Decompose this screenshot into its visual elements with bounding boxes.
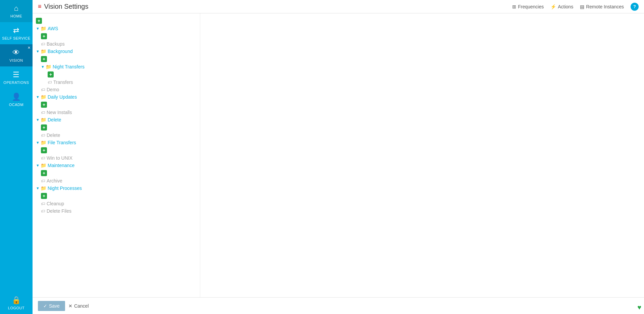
aws-folder-icon: 📁	[41, 26, 46, 31]
tag-icon: 🏷	[41, 42, 45, 47]
delete-folder-row[interactable]: ▼ 📁 Delete	[33, 116, 200, 123]
background-folder-icon: 📁	[41, 49, 46, 54]
tag-icon: 🏷	[48, 80, 52, 85]
daily-updates-add-button[interactable]: +	[41, 102, 47, 108]
maintenance-folder-row[interactable]: ▼ 📁 Maintenance	[33, 162, 200, 169]
file-transfers-folder-row[interactable]: ▼ 📁 File Transfers	[33, 139, 200, 146]
operations-icon: ☰	[13, 70, 20, 79]
daily-updates-chevron: ▼	[36, 95, 41, 99]
delete-add-button[interactable]: +	[41, 124, 47, 130]
cancel-icon: ✕	[68, 303, 72, 309]
sidebar-item-vision[interactable]: ✕ 👁 VISION	[0, 44, 33, 66]
delete-folder-label: Delete	[48, 117, 61, 122]
night-transfers-folder-row[interactable]: ▼ 📁 Night Transfers	[33, 63, 200, 70]
aws-add-row: +	[33, 32, 200, 40]
daily-updates-new-installs-row[interactable]: 🏷 New Installs	[33, 109, 200, 116]
daily-updates-folder-icon: 📁	[41, 94, 46, 100]
delete-item-label: Delete	[47, 133, 60, 138]
night-transfers-transfers-label: Transfers	[53, 80, 73, 85]
tree-panel: + ▼ 📁 AWS + 🏷 Backups ▼ 📁 Background	[33, 13, 200, 297]
help-button[interactable]: ?	[631, 3, 639, 11]
page-title: Vision Settings	[44, 3, 89, 10]
maintenance-add-row: +	[33, 169, 200, 177]
content-area: + ▼ 📁 AWS + 🏷 Backups ▼ 📁 Background	[33, 13, 644, 297]
file-transfers-add-button[interactable]: +	[41, 147, 47, 153]
aws-folder-label: AWS	[48, 26, 58, 31]
night-transfers-add-button[interactable]: +	[48, 71, 54, 77]
remote-instances-label: Remote Instances	[586, 4, 624, 9]
sidebar-item-label: OPERATIONS	[3, 81, 29, 85]
sidebar-item-label: SELF SERVICE	[2, 36, 31, 40]
sidebar-item-operations[interactable]: ☰ OPERATIONS	[0, 66, 33, 89]
save-label: Save	[49, 303, 60, 309]
aws-backups-row[interactable]: 🏷 Backups	[33, 40, 200, 48]
night-transfers-folder-label: Night Transfers	[53, 64, 85, 69]
vision-icon: 👁	[12, 48, 20, 57]
file-transfers-win-unix-row[interactable]: 🏷 Win to UNIX	[33, 154, 200, 162]
tag-icon: 🏷	[41, 87, 45, 92]
night-processes-folder-label: Night Processes	[48, 186, 82, 191]
aws-add-button[interactable]: +	[41, 33, 47, 39]
sidebar: ⌂ HOME ⇄ SELF SERVICE ✕ 👁 VISION ☰ OPERA…	[0, 0, 33, 314]
daily-updates-folder-label: Daily Updates	[48, 94, 77, 100]
hamburger-icon[interactable]: ≡	[38, 3, 42, 10]
remote-instances-nav[interactable]: ▤ Remote Instances	[580, 4, 624, 9]
root-add-row: +	[33, 17, 200, 25]
delete-add-row: +	[33, 123, 200, 132]
night-processes-delete-files-label: Delete Files	[47, 208, 71, 214]
header: ≡ Vision Settings ⊞ Frequencies ⚡ Action…	[33, 0, 644, 13]
save-icon: ✓	[43, 303, 47, 309]
maintenance-folder-label: Maintenance	[48, 163, 74, 168]
file-transfers-folder-label: File Transfers	[48, 140, 76, 145]
cancel-button[interactable]: ✕ Cancel	[68, 303, 89, 309]
night-processes-cleanup-row[interactable]: 🏷 Cleanup	[33, 200, 200, 207]
sidebar-item-label: HOME	[10, 14, 22, 18]
remote-instances-icon: ▤	[580, 4, 584, 9]
close-icon[interactable]: ✕	[28, 46, 31, 50]
sidebar-item-self-service[interactable]: ⇄ SELF SERVICE	[0, 22, 33, 44]
night-processes-folder-row[interactable]: ▼ 📁 Night Processes	[33, 185, 200, 192]
background-demo-row[interactable]: 🏷 Demo	[33, 86, 200, 93]
frequencies-label: Frequencies	[518, 4, 544, 9]
logout-icon: 🔒	[12, 296, 21, 305]
sidebar-item-label: VISION	[9, 58, 23, 62]
footer: ✓ Save ✕ Cancel	[33, 297, 644, 314]
root-add-button[interactable]: +	[36, 18, 42, 24]
sidebar-item-label: OCADM	[9, 103, 23, 107]
help-label: ?	[633, 4, 636, 9]
maintenance-archive-row[interactable]: 🏷 Archive	[33, 177, 200, 185]
night-processes-add-button[interactable]: +	[41, 193, 47, 199]
background-folder-row[interactable]: ▼ 📁 Background	[33, 48, 200, 55]
background-chevron: ▼	[36, 49, 41, 53]
delete-item-row[interactable]: 🏷 Delete	[33, 132, 200, 139]
maintenance-archive-label: Archive	[47, 178, 62, 184]
aws-folder-row[interactable]: ▼ 📁 AWS	[33, 25, 200, 32]
night-transfers-folder-icon: 📁	[46, 64, 51, 69]
sidebar-item-label: LOGOUT	[8, 306, 24, 310]
sidebar-item-ocadm[interactable]: 👤 OCADM	[0, 89, 33, 111]
actions-nav[interactable]: ⚡ Actions	[550, 4, 573, 9]
sidebar-item-logout[interactable]: 🔒 LOGOUT	[0, 292, 33, 314]
save-button[interactable]: ✓ Save	[38, 301, 65, 311]
frequencies-nav[interactable]: ⊞ Frequencies	[512, 4, 544, 9]
background-add-button[interactable]: +	[41, 56, 47, 62]
sidebar-item-home[interactable]: ⌂ HOME	[0, 0, 33, 22]
maintenance-add-button[interactable]: +	[41, 170, 47, 176]
night-transfers-add-row: +	[33, 70, 200, 78]
frequencies-icon: ⊞	[512, 4, 516, 9]
home-icon: ⌂	[14, 4, 19, 13]
night-processes-delete-files-row[interactable]: 🏷 Delete Files	[33, 207, 200, 215]
heart-icon: ♥	[637, 304, 641, 311]
tag-icon: 🏷	[41, 209, 45, 214]
self-service-icon: ⇄	[13, 26, 19, 35]
daily-updates-folder-row[interactable]: ▼ 📁 Daily Updates	[33, 93, 200, 101]
cancel-label: Cancel	[74, 303, 89, 309]
file-transfers-chevron: ▼	[36, 141, 41, 145]
aws-backups-label: Backups	[47, 41, 65, 47]
header-right: ⊞ Frequencies ⚡ Actions ▤ Remote Instanc…	[512, 3, 639, 11]
ocadm-icon: 👤	[12, 93, 21, 101]
night-transfers-transfers-row[interactable]: 🏷 Transfers	[33, 78, 200, 86]
file-transfers-add-row: +	[33, 146, 200, 154]
maintenance-folder-icon: 📁	[41, 163, 46, 168]
tag-icon: 🏷	[41, 178, 45, 184]
